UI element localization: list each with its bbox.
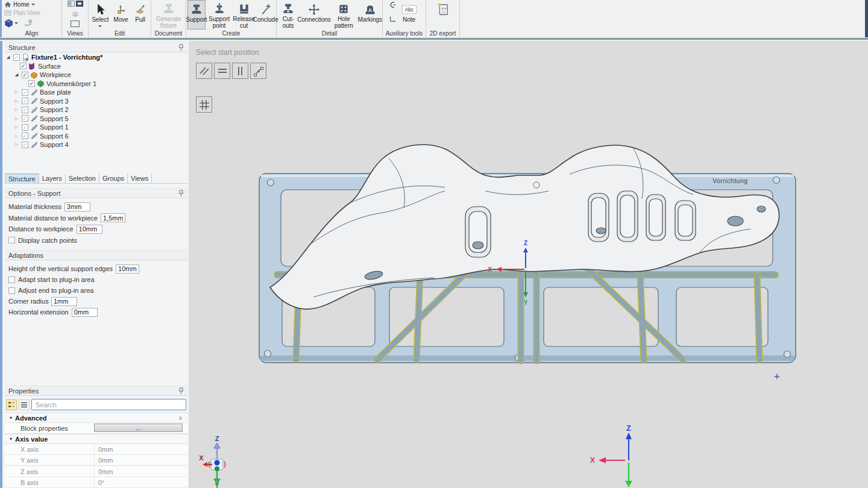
shaded-view-button[interactable] [71,10,80,19]
parallel-vertical-button[interactable] [232,63,248,79]
ribbon-group-create: Support Support point Release cut Conclu… [186,0,277,37]
checkbox[interactable]: ✓ [20,63,27,69]
align-freehand-button[interactable] [24,18,34,28]
expander-icon[interactable]: ▷ [13,125,20,130]
markings-button[interactable]: A Markings [359,0,381,30]
expander-icon[interactable]: ▷ [13,90,20,95]
axis-value-section-header[interactable]: ▾ Axis value [5,434,187,444]
properties-toolbar [6,398,186,411]
block-properties-button[interactable]: ... [94,424,183,432]
checkbox[interactable]: ✓ [22,98,28,104]
adjust-end-checkbox[interactable] [8,287,15,294]
plan-view-button[interactable]: Plan View [3,8,60,17]
3d-viewport[interactable]: Select start position [189,41,868,488]
window-layout-button[interactable] [68,1,75,8]
b-axis-value[interactable]: 0° [94,477,187,487]
tab-groups[interactable]: Groups [99,174,128,183]
checkbox[interactable]: ✓ [22,72,28,78]
parallel-horizontal-icon [216,65,228,77]
tree-row-support2[interactable]: ▷ ✓ Support 2 [5,105,187,114]
spline-button[interactable] [250,63,266,79]
distance-to-workpiece-input[interactable] [77,225,102,234]
move-button[interactable]: Move [112,0,130,30]
parallel-horizontal-button[interactable] [214,63,230,79]
2d-export-button[interactable] [434,0,452,30]
display-catch-points-checkbox[interactable] [8,237,15,243]
expander-icon[interactable]: ▷ [13,107,20,112]
tree-row-volume[interactable]: ✓ Volumenkörper 1 [5,80,187,89]
parallel-diagonal-button[interactable] [196,63,212,79]
tree-row-support4[interactable]: ▷ ✓ Support 4 [5,140,187,149]
expander-icon[interactable]: ▷ [13,134,20,139]
expander-icon[interactable]: ◢ [5,55,11,60]
corner-radius-input[interactable] [51,297,77,306]
tree-row-base-plate[interactable]: ▷ ✓ Base plate [5,88,187,97]
generate-fixture-button[interactable]: Generate fixture [153,0,184,30]
x-axis-value[interactable]: 0mm [94,444,187,454]
tree-row-support5[interactable]: ▷ ✓ Support 5 [5,114,187,124]
pull-button[interactable]: Pull [131,0,149,30]
expander-icon[interactable]: ▷ [13,116,20,121]
tab-structure[interactable]: Structure [5,174,39,183]
material-thickness-input[interactable] [64,202,90,211]
select-button[interactable]: Select [90,0,110,30]
clamp-button[interactable] [389,1,397,10]
grid-button[interactable] [196,96,212,113]
tree-row-workpiece[interactable]: ◢ ✓ Workpiece [5,70,187,80]
adapt-start-checkbox[interactable] [8,277,15,283]
pin-icon[interactable] [178,387,184,394]
conclude-button[interactable]: Conclude [256,0,275,30]
list-view-button[interactable] [19,399,30,410]
advanced-section-header[interactable]: ▾ Advanced ∧ [5,413,187,423]
home-button[interactable]: Home [3,0,60,8]
view-orientation-triad[interactable]: Z X Y [199,434,241,488]
tab-selection[interactable]: Selection [66,174,99,183]
checkbox[interactable]: ✓ [22,124,28,131]
orientation-cube-button[interactable] [4,19,18,28]
checkbox[interactable]: ✓ [22,115,28,122]
y-axis-value[interactable]: 0mm [94,455,187,465]
crosshair-cursor: + [774,371,779,382]
properties-search-input[interactable] [31,399,186,410]
vertical-edge-height-input[interactable] [116,264,139,274]
connections-button[interactable]: Connections [300,0,329,30]
support-point-button[interactable]: Support point [207,0,231,30]
material-distance-input[interactable] [101,213,125,222]
tab-views[interactable]: Views [128,174,152,183]
categorized-view-button[interactable] [6,399,17,410]
checkbox[interactable]: ✓ [13,54,20,61]
viewport-frame-button[interactable] [71,20,80,28]
expander-icon[interactable]: ▷ [13,99,20,104]
expander-icon[interactable]: ◢ [13,72,20,77]
text-window-button[interactable] [76,1,83,8]
support-button[interactable]: Support [187,0,206,30]
checkbox[interactable]: ✓ [22,133,28,139]
hole-pattern-button[interactable]: Hole pattern [330,0,358,30]
support-icon [190,4,203,16]
tab-layers[interactable]: Layers [39,174,66,183]
pin-icon[interactable] [178,190,184,196]
categorized-view-icon [8,401,15,408]
checkbox[interactable]: ✓ [22,142,28,148]
checkbox[interactable]: ✓ [22,107,28,113]
axes-tool-button[interactable] [389,14,397,24]
horizontal-extension-input[interactable] [72,308,98,317]
structure-panel-title: Structure [8,44,36,51]
spline-icon [253,65,265,77]
tree-row-surface[interactable]: ✓ Surface [5,62,187,71]
pin-icon[interactable] [178,44,184,51]
checkbox[interactable]: ✓ [22,89,28,96]
checkbox[interactable]: ✓ [28,80,35,87]
tree-row-support6[interactable]: ▷ ✓ Support 6 [5,132,187,141]
window-edge-strip [865,0,868,37]
z-axis-value[interactable]: 0mm [94,466,187,477]
tree-row-support1[interactable]: ▷ ✓ Support 1 [5,123,187,132]
expander-icon[interactable]: ▷ [13,142,20,147]
release-cut-button[interactable]: Release cut [233,0,255,30]
tree-row-support3[interactable]: ▷ ✓ Support 3 [5,97,187,106]
scroll-up-icon[interactable]: ∧ [178,414,183,421]
cutouts-button[interactable]: Cut-outs [278,0,298,30]
tree-row-fixture[interactable]: ◢ ✓ Fixture1 - Vorrichtung* [5,53,187,62]
corner-radius-label: Corner radius [8,298,48,305]
note-button[interactable]: Abc Note [398,0,420,30]
